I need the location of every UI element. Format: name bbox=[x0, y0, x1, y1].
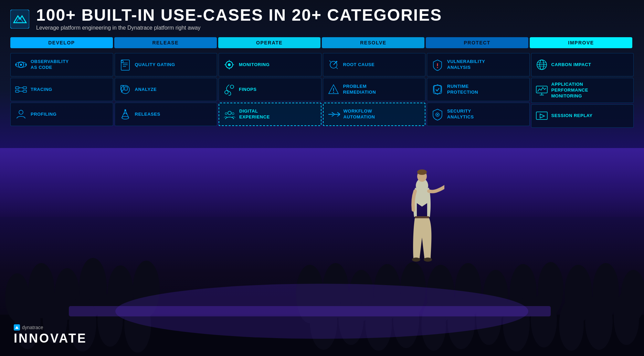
digital-experience-label: DIGITALEXPERIENCE bbox=[239, 108, 270, 120]
tracing-icon bbox=[15, 83, 27, 96]
slide-header: 100+ BUILT-IN USE-CASES IN 20+ CATEGORIE… bbox=[10, 7, 634, 31]
card-digital-experience: DIGITALEXPERIENCE bbox=[219, 103, 321, 126]
card-apm: APPLICATIONPERFORMANCEMONITORING bbox=[531, 78, 634, 103]
tab-protect: PROTECT bbox=[426, 37, 528, 48]
column-develop: OBSERVABILITYAS CODE TRACING bbox=[10, 53, 113, 128]
workflow-automation-icon bbox=[328, 108, 340, 121]
tab-operate: OPERATE bbox=[218, 37, 321, 48]
card-analyze: ANALYZE bbox=[115, 78, 218, 101]
tracing-label: TRACING bbox=[31, 87, 52, 93]
tab-release: RELEASE bbox=[114, 37, 217, 48]
svg-rect-9 bbox=[23, 90, 27, 92]
svg-rect-7 bbox=[15, 90, 19, 92]
tab-resolve: RESOLVE bbox=[322, 37, 424, 48]
svg-rect-101 bbox=[69, 306, 551, 316]
security-analytics-label: SECURITYANALYTICS bbox=[447, 108, 474, 120]
svg-point-25 bbox=[228, 63, 231, 66]
vulnerability-label: VULNERABILITYANALYSIS bbox=[447, 59, 485, 71]
profiling-label: PROFILING bbox=[31, 112, 56, 117]
svg-line-39 bbox=[336, 67, 338, 69]
svg-point-17 bbox=[121, 61, 123, 63]
card-problem-remediation: PROBLEMREMEDIATION bbox=[323, 78, 426, 101]
svg-marker-56 bbox=[540, 114, 545, 118]
problem-remediation-icon bbox=[327, 83, 340, 96]
presentation-screen: 100+ BUILT-IN USE-CASES IN 20+ CATEGORIE… bbox=[0, 0, 644, 148]
quality-gating-icon bbox=[119, 59, 131, 71]
card-observability: OBSERVABILITYAS CODE bbox=[10, 53, 113, 76]
card-workflow-automation: WORKFLOWAUTOMATION bbox=[323, 103, 426, 126]
card-releases: RELEASES bbox=[115, 103, 218, 126]
svg-point-45 bbox=[437, 67, 438, 68]
svg-rect-21 bbox=[125, 87, 127, 90]
monitoring-icon bbox=[223, 59, 235, 71]
card-tracing: TRACING bbox=[10, 78, 113, 101]
card-monitoring: MONITORING bbox=[219, 53, 321, 76]
column-protect: VULNERABILITYANALYSIS RUNTIMEPROTECTION bbox=[427, 53, 530, 128]
card-quality-gating: QUALITY GATING bbox=[115, 53, 218, 76]
slide-title: 100+ BUILT-IN USE-CASES IN 20+ CATEGORIE… bbox=[36, 7, 442, 23]
svg-rect-8 bbox=[23, 87, 27, 89]
svg-point-98 bbox=[585, 293, 613, 350]
svg-point-12 bbox=[19, 110, 23, 114]
finops-label: FINOPS bbox=[239, 87, 256, 93]
column-operate: MONITORING FINOPS bbox=[219, 53, 321, 128]
card-vulnerability-analysis: VULNERABILITYANALYSIS bbox=[427, 53, 530, 76]
tab-improve: IMPROVE bbox=[530, 37, 632, 48]
card-finops: FINOPS bbox=[219, 78, 321, 101]
analyze-label: ANALYZE bbox=[135, 87, 157, 93]
svg-rect-55 bbox=[536, 112, 547, 119]
audience-silhouettes bbox=[0, 148, 644, 356]
carbon-impact-label: CARBON IMPACT bbox=[551, 62, 591, 68]
monitoring-label: MONITORING bbox=[239, 62, 270, 68]
session-replay-label: SESSION REPLAY bbox=[551, 113, 593, 119]
dynatrace-header-icon bbox=[10, 10, 29, 29]
svg-point-31 bbox=[230, 85, 234, 88]
svg-line-38 bbox=[329, 61, 331, 62]
releases-label: RELEASES bbox=[135, 112, 160, 117]
svg-point-4 bbox=[15, 64, 17, 65]
finops-icon bbox=[223, 83, 235, 96]
card-security-analytics: SECURITYANALYTICS bbox=[427, 103, 530, 126]
session-replay-icon bbox=[536, 110, 548, 122]
svg-point-41 bbox=[333, 92, 334, 93]
card-runtime-protection: RUNTIMEPROTECTION bbox=[427, 78, 530, 101]
svg-point-5 bbox=[25, 64, 27, 65]
svg-point-96 bbox=[531, 292, 557, 347]
problem-remediation-label: PROBLEMREMEDIATION bbox=[343, 84, 376, 95]
svg-rect-13 bbox=[121, 60, 129, 70]
svg-rect-6 bbox=[15, 87, 19, 89]
apm-icon bbox=[536, 84, 548, 96]
svg-point-48 bbox=[437, 114, 438, 115]
observability-icon bbox=[15, 59, 27, 71]
column-resolve: ROOT CAUSE PROBLEMREMEDIATION bbox=[323, 53, 426, 128]
card-profiling: PROFILING bbox=[10, 103, 113, 126]
svg-point-99 bbox=[614, 291, 639, 345]
card-root-cause: ROOT CAUSE bbox=[323, 53, 426, 76]
vulnerability-icon bbox=[431, 59, 444, 71]
root-cause-label: ROOT CAUSE bbox=[343, 62, 375, 68]
carbon-impact-icon bbox=[536, 59, 548, 71]
svg-point-23 bbox=[124, 109, 126, 111]
column-improve: CARBON IMPACT APPLICATIONPERFORMANCEMONI… bbox=[531, 53, 634, 128]
releases-icon bbox=[119, 108, 131, 121]
runtime-protection-icon bbox=[431, 83, 444, 96]
card-session-replay: SESSION REPLAY bbox=[531, 104, 634, 128]
card-carbon-impact: CARBON IMPACT bbox=[531, 53, 634, 76]
observability-label: OBSERVABILITYAS CODE bbox=[31, 59, 69, 71]
dynatrace-logo-icon bbox=[14, 324, 20, 331]
svg-point-30 bbox=[225, 91, 228, 94]
profiling-icon bbox=[15, 108, 27, 121]
analyze-icon bbox=[119, 83, 131, 96]
category-tabs: DEVELOP RELEASE OPERATE RESOLVE PROTECT … bbox=[10, 37, 634, 48]
slide-subtitle: Leverage platform engineering in the Dyn… bbox=[36, 25, 442, 31]
svg-point-37 bbox=[336, 61, 337, 62]
innovate-text: INNOVATE bbox=[14, 331, 87, 346]
svg-point-34 bbox=[232, 113, 234, 115]
apm-label: APPLICATIONPERFORMANCEMONITORING bbox=[551, 82, 588, 99]
root-cause-icon bbox=[327, 59, 340, 71]
security-analytics-icon bbox=[431, 108, 444, 121]
svg-line-36 bbox=[334, 62, 336, 65]
svg-point-2 bbox=[20, 64, 22, 66]
svg-point-97 bbox=[559, 299, 584, 351]
runtime-protection-label: RUNTIMEPROTECTION bbox=[447, 84, 478, 95]
